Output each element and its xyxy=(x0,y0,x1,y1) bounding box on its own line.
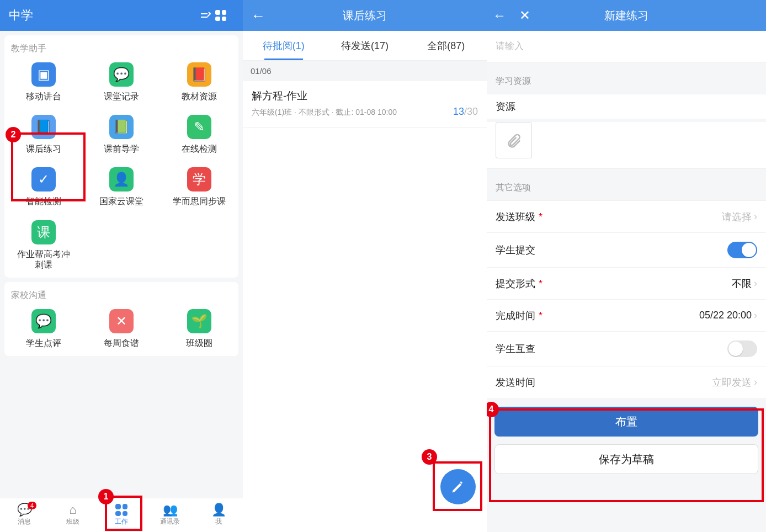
app-icon: 📕 xyxy=(187,62,211,87)
form-row-student_submit[interactable]: 学生提交 xyxy=(487,232,766,267)
teaching-assistant-card: 教学助手 ▣移动讲台💬课堂记录📕教材资源📘课后练习📗课前导学✎在线检测✓智能检测… xyxy=(4,35,238,278)
home-school-card: 家校沟通 💬学生点评✕每周食谱🌱班级圈 xyxy=(4,282,238,356)
app-icon: 🌱 xyxy=(187,309,211,333)
tab-icon: 👤 xyxy=(211,504,226,516)
title-input[interactable] xyxy=(496,41,757,52)
app-icon: ✕ xyxy=(109,309,134,333)
app-item[interactable]: 📗课前导学 xyxy=(84,115,159,154)
app-label: 教材资源 xyxy=(182,91,217,102)
app-item[interactable]: 学学而思同步课 xyxy=(162,167,236,206)
app-icon: 学 xyxy=(187,167,211,191)
app-icon: 💬 xyxy=(31,309,56,333)
callout-1: 1 xyxy=(98,489,114,504)
tab-label: 班级 xyxy=(66,517,79,526)
app-item[interactable]: 🌱班级圈 xyxy=(162,309,236,348)
bottom-tabs: 💬消息4⌂班级工作👥通讯录👤我 xyxy=(0,498,243,532)
app-icon: ▣ xyxy=(31,62,56,87)
app-label: 课后练习 xyxy=(26,143,61,154)
tab-icon: ⌂ xyxy=(69,504,76,516)
header-work: 中学 xyxy=(0,0,243,31)
attach-button[interactable] xyxy=(496,122,532,158)
assignment-row[interactable]: 解方程-作业 六年级(1)班 · 不限形式 · 截止: 01-08 10:00 … xyxy=(243,81,487,128)
app-icon: 课 xyxy=(31,220,56,244)
form-label: 发送班级* xyxy=(496,210,542,224)
assignment-sub: 六年级(1)班 · 不限形式 · 截止: 01-08 10:00 xyxy=(252,108,397,118)
app-item[interactable]: ✓智能检测 xyxy=(7,167,81,206)
form-row-finish_time[interactable]: 完成时间*05/22 20:00› xyxy=(487,299,766,331)
exercise-title: 课后练习 xyxy=(243,8,487,23)
form-row-peer_check[interactable]: 学生互查 xyxy=(487,331,766,366)
form-label: 完成时间* xyxy=(496,309,542,322)
assign-button[interactable]: 布置 xyxy=(494,407,758,437)
badge: 4 xyxy=(28,502,36,509)
app-icon: 📘 xyxy=(31,115,56,139)
app-icon: ✎ xyxy=(187,115,211,139)
form-label: 学生提交 xyxy=(496,243,535,257)
app-label: 在线检测 xyxy=(182,143,217,154)
form-value: 请选择› xyxy=(722,210,757,224)
app-icon: ✓ xyxy=(31,167,56,191)
app-icon: 💬 xyxy=(109,62,134,87)
form-label: 学生互查 xyxy=(496,342,535,355)
app-item[interactable]: 课作业帮高考冲刺课 xyxy=(7,220,81,270)
app-item[interactable]: 👤国家云课堂 xyxy=(84,167,159,206)
toggle-switch[interactable] xyxy=(727,242,757,258)
save-draft-button[interactable]: 保存为草稿 xyxy=(494,444,758,474)
new-title: 新建练习 xyxy=(487,8,766,23)
title-input-row xyxy=(487,31,766,62)
app-label: 作业帮高考冲刺课 xyxy=(16,249,71,270)
app-item[interactable]: ▣移动讲台 xyxy=(7,62,81,102)
app-label: 国家云课堂 xyxy=(99,196,143,206)
tab-label: 消息 xyxy=(18,517,31,526)
filter-tab[interactable]: 待批阅(1) xyxy=(243,31,324,60)
form-row-send_class[interactable]: 发送班级*请选择› xyxy=(487,200,766,232)
app-label: 每周食谱 xyxy=(104,338,139,348)
checklist-icon[interactable] xyxy=(196,7,215,24)
new-exercise-fab[interactable] xyxy=(440,469,476,504)
form-row-submit_form[interactable]: 提交形式*不限› xyxy=(487,267,766,299)
app-label: 学生点评 xyxy=(26,338,61,348)
section-resources: 学习资源 xyxy=(487,62,766,94)
button-group: 布置 保存为草稿 xyxy=(487,398,766,493)
app-label: 课堂记录 xyxy=(104,91,139,102)
nav-tab[interactable]: 👤我 xyxy=(194,498,243,532)
app-label: 班级圈 xyxy=(186,338,212,348)
form-value: 立即发送› xyxy=(712,376,757,389)
resource-label: 资源 xyxy=(487,94,766,119)
panel-new-exercise: ← ✕ 新建练习 学习资源 资源 其它选项 发送班级*请选择›学生提交提交形式*… xyxy=(487,0,766,532)
school-name: 中学 xyxy=(9,7,196,24)
form-row-send_time[interactable]: 发送时间立即发送› xyxy=(487,366,766,398)
app-item[interactable]: 💬课堂记录 xyxy=(84,62,159,102)
callout-3: 3 xyxy=(422,449,437,465)
section-other: 其它选项 xyxy=(487,169,766,200)
filter-tab[interactable]: 全部(87) xyxy=(406,31,487,60)
app-item[interactable]: ✎在线检测 xyxy=(162,115,236,154)
nav-tab[interactable]: ⌂班级 xyxy=(49,498,97,532)
header-new: ← ✕ 新建练习 xyxy=(487,0,766,31)
filter-tab[interactable]: 待发送(17) xyxy=(324,31,405,60)
panel-work: 中学 教学助手 ▣移动讲台💬课堂记录📕教材资源📘课后练习📗课前导学✎在线检测✓智… xyxy=(0,0,243,532)
tab-icon: 👥 xyxy=(163,504,178,516)
app-label: 智能检测 xyxy=(26,196,61,206)
tab-label: 工作 xyxy=(115,517,128,526)
tab-label: 通讯录 xyxy=(160,517,180,526)
toggle-switch[interactable] xyxy=(727,341,757,357)
nav-tab[interactable]: 👥通讯录 xyxy=(146,498,194,532)
qr-icon[interactable] xyxy=(215,10,234,21)
tab-icon xyxy=(115,504,127,516)
app-icon: 📗 xyxy=(109,115,134,139)
app-icon: 👤 xyxy=(109,167,134,191)
callout-2: 2 xyxy=(6,127,21,142)
exercise-tabs: 待批阅(1)待发送(17)全部(87) xyxy=(243,31,487,61)
app-label: 移动讲台 xyxy=(26,91,61,102)
nav-tab[interactable]: 💬消息4 xyxy=(0,498,49,532)
app-item[interactable]: 💬学生点评 xyxy=(7,309,81,348)
app-label: 课前导学 xyxy=(104,143,139,154)
section-home: 家校沟通 xyxy=(4,282,238,306)
assignment-count: 13/30 xyxy=(453,89,478,118)
form-value: 05/22 20:00› xyxy=(699,310,757,321)
date-row: 01/06 xyxy=(243,61,487,81)
app-item[interactable]: ✕每周食谱 xyxy=(84,309,159,348)
app-item[interactable]: 📕教材资源 xyxy=(162,62,236,102)
form-value: 不限› xyxy=(732,277,757,290)
